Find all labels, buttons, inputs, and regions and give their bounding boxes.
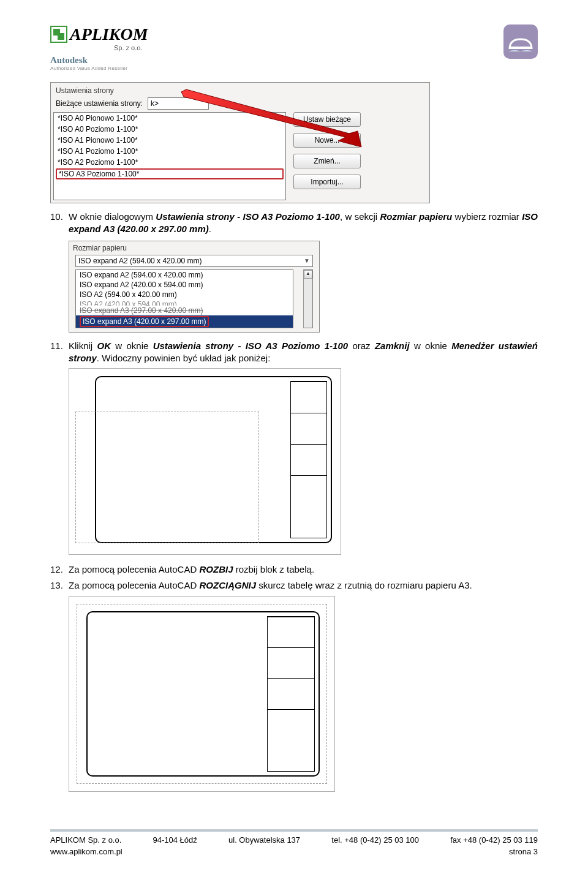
step-number: 11. — [50, 340, 69, 365]
company-name: APLIKOM — [70, 24, 148, 44]
red-arrow-annotation — [178, 88, 368, 149]
step-number: 13. — [50, 579, 69, 592]
footer-page-number: strona 3 — [509, 847, 538, 856]
step-13: 13. Za pomocą polecenia AutoCAD ROZCIĄGN… — [50, 579, 538, 592]
layout-preview-2 — [69, 596, 335, 792]
autodesk-block: Autodesk Authorized Value Added Reseller — [50, 55, 148, 71]
paper-size-dialog: Rozmiar papieru ISO expand A2 (594.00 x … — [69, 241, 320, 333]
option[interactable]: ISO expand A2 (420.00 x 594.00 mm) — [76, 280, 293, 290]
footer-address: ul. Obywatelska 137 — [228, 835, 300, 845]
chevron-down-icon: ▼ — [304, 257, 310, 264]
footer-postcode: 94-104 Łódź — [153, 835, 197, 845]
company-suffix: Sp. z o.o. — [114, 44, 148, 51]
paper-size-dropdown[interactable]: ISO expand A2 (594.00 x 420.00 mm) ISO e… — [75, 269, 293, 328]
page-footer: APLIKOM Sp. z o.o. 94-104 Łódź ul. Obywa… — [50, 829, 538, 856]
svg-marker-1 — [181, 89, 361, 147]
scroll-up-button[interactable]: ▲ — [304, 270, 312, 279]
modify-button[interactable]: Zmień... — [293, 154, 361, 168]
import-button[interactable]: Importuj... — [293, 175, 361, 189]
current-setup-label: Bieżące ustawienia strony: — [56, 99, 143, 108]
footer-website: www.aplikom.com.pl — [50, 847, 123, 856]
paper-size-combo[interactable]: ISO expand A2 (594.00 x 420.00 mm) ▼ — [75, 255, 313, 267]
option-selected[interactable]: ISO expand A3 (420.00 x 297.00 mm) — [76, 315, 293, 328]
footer-company: APLIKOM Sp. z o.o. — [50, 835, 121, 845]
option[interactable]: ISO A2 (420.00 x 594.00 mm) — [76, 299, 293, 306]
option[interactable]: ISO A2 (594.00 x 420.00 mm) — [76, 290, 293, 299]
step-number: 12. — [50, 563, 69, 576]
aplikom-logo-icon — [50, 26, 67, 43]
option[interactable]: ISO expand A2 (594.00 x 420.00 mm) — [76, 270, 293, 280]
list-item-selected[interactable]: *ISO A3 Poziomo 1-100* — [56, 168, 284, 179]
step-10: 10. W oknie dialogowym Ustawienia strony… — [50, 211, 538, 236]
bridge-icon — [503, 24, 538, 59]
autodesk-label: Autodesk — [50, 55, 148, 66]
page-header: APLIKOM Sp. z o.o. Autodesk Authorized V… — [50, 24, 538, 71]
combo-value: ISO expand A2 (594.00 x 420.00 mm) — [78, 257, 202, 265]
logo-block: APLIKOM Sp. z o.o. Autodesk Authorized V… — [50, 24, 148, 71]
list-item[interactable]: *ISO A2 Poziomo 1-100* — [54, 157, 285, 168]
layout-preview-1 — [69, 368, 341, 555]
footer-fax: fax +48 (0-42) 25 03 119 — [450, 835, 538, 845]
step-12: 12. Za pomocą polecenia AutoCAD ROZBIJ r… — [50, 563, 538, 576]
step-number: 10. — [50, 211, 69, 236]
step-11: 11. Kliknij OK w oknie Ustawienia strony… — [50, 340, 538, 365]
paper-size-title: Rozmiar papieru — [73, 244, 318, 252]
autodesk-sub: Authorized Value Added Reseller — [50, 66, 148, 71]
scrollbar[interactable]: ▲ — [303, 269, 313, 328]
option-struck[interactable]: ISO expand A3 (297.00 x 420.00 mm) — [76, 306, 293, 315]
footer-tel: tel. +48 (0-42) 25 03 100 — [331, 835, 419, 845]
svg-rect-0 — [510, 47, 532, 49]
combo-value: k> — [151, 99, 159, 108]
